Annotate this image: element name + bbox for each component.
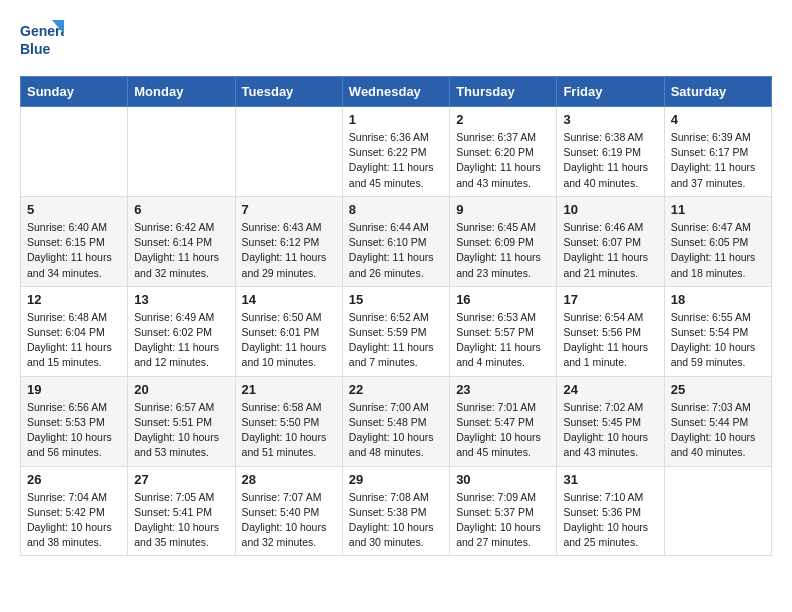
weekday-header-row: SundayMondayTuesdayWednesdayThursdayFrid… [21,77,772,107]
calendar-cell: 23Sunrise: 7:01 AM Sunset: 5:47 PM Dayli… [450,376,557,466]
weekday-header-sunday: Sunday [21,77,128,107]
calendar-cell: 25Sunrise: 7:03 AM Sunset: 5:44 PM Dayli… [664,376,771,466]
calendar-cell: 20Sunrise: 6:57 AM Sunset: 5:51 PM Dayli… [128,376,235,466]
day-number: 7 [242,202,336,217]
day-info: Sunrise: 7:02 AM Sunset: 5:45 PM Dayligh… [563,400,657,461]
calendar-cell: 19Sunrise: 6:56 AM Sunset: 5:53 PM Dayli… [21,376,128,466]
day-number: 16 [456,292,550,307]
day-info: Sunrise: 6:52 AM Sunset: 5:59 PM Dayligh… [349,310,443,371]
day-number: 3 [563,112,657,127]
day-number: 27 [134,472,228,487]
calendar-week-row: 12Sunrise: 6:48 AM Sunset: 6:04 PM Dayli… [21,286,772,376]
day-number: 8 [349,202,443,217]
calendar-cell: 10Sunrise: 6:46 AM Sunset: 6:07 PM Dayli… [557,196,664,286]
weekday-header-wednesday: Wednesday [342,77,449,107]
day-number: 15 [349,292,443,307]
day-info: Sunrise: 6:49 AM Sunset: 6:02 PM Dayligh… [134,310,228,371]
calendar-week-row: 1Sunrise: 6:36 AM Sunset: 6:22 PM Daylig… [21,107,772,197]
svg-text:Blue: Blue [20,41,51,57]
day-info: Sunrise: 7:03 AM Sunset: 5:44 PM Dayligh… [671,400,765,461]
calendar-week-row: 26Sunrise: 7:04 AM Sunset: 5:42 PM Dayli… [21,466,772,556]
day-number: 5 [27,202,121,217]
day-info: Sunrise: 7:00 AM Sunset: 5:48 PM Dayligh… [349,400,443,461]
calendar-cell: 2Sunrise: 6:37 AM Sunset: 6:20 PM Daylig… [450,107,557,197]
calendar-cell: 4Sunrise: 6:39 AM Sunset: 6:17 PM Daylig… [664,107,771,197]
day-info: Sunrise: 6:47 AM Sunset: 6:05 PM Dayligh… [671,220,765,281]
day-number: 28 [242,472,336,487]
logo: GeneralBlue [20,20,68,60]
calendar-cell: 28Sunrise: 7:07 AM Sunset: 5:40 PM Dayli… [235,466,342,556]
calendar-cell: 12Sunrise: 6:48 AM Sunset: 6:04 PM Dayli… [21,286,128,376]
calendar-cell [128,107,235,197]
day-info: Sunrise: 6:50 AM Sunset: 6:01 PM Dayligh… [242,310,336,371]
page-header: GeneralBlue [20,20,772,60]
day-info: Sunrise: 7:10 AM Sunset: 5:36 PM Dayligh… [563,490,657,551]
day-info: Sunrise: 6:48 AM Sunset: 6:04 PM Dayligh… [27,310,121,371]
calendar-cell [21,107,128,197]
weekday-header-tuesday: Tuesday [235,77,342,107]
calendar-cell: 15Sunrise: 6:52 AM Sunset: 5:59 PM Dayli… [342,286,449,376]
calendar-cell: 6Sunrise: 6:42 AM Sunset: 6:14 PM Daylig… [128,196,235,286]
calendar-cell: 7Sunrise: 6:43 AM Sunset: 6:12 PM Daylig… [235,196,342,286]
calendar-table: SundayMondayTuesdayWednesdayThursdayFrid… [20,76,772,556]
day-info: Sunrise: 6:38 AM Sunset: 6:19 PM Dayligh… [563,130,657,191]
day-info: Sunrise: 6:44 AM Sunset: 6:10 PM Dayligh… [349,220,443,281]
day-info: Sunrise: 7:08 AM Sunset: 5:38 PM Dayligh… [349,490,443,551]
day-info: Sunrise: 6:58 AM Sunset: 5:50 PM Dayligh… [242,400,336,461]
calendar-cell: 16Sunrise: 6:53 AM Sunset: 5:57 PM Dayli… [450,286,557,376]
day-number: 22 [349,382,443,397]
day-number: 11 [671,202,765,217]
calendar-cell: 9Sunrise: 6:45 AM Sunset: 6:09 PM Daylig… [450,196,557,286]
calendar-cell: 18Sunrise: 6:55 AM Sunset: 5:54 PM Dayli… [664,286,771,376]
calendar-cell: 29Sunrise: 7:08 AM Sunset: 5:38 PM Dayli… [342,466,449,556]
weekday-header-thursday: Thursday [450,77,557,107]
calendar-cell: 26Sunrise: 7:04 AM Sunset: 5:42 PM Dayli… [21,466,128,556]
calendar-cell: 8Sunrise: 6:44 AM Sunset: 6:10 PM Daylig… [342,196,449,286]
day-number: 6 [134,202,228,217]
day-info: Sunrise: 6:45 AM Sunset: 6:09 PM Dayligh… [456,220,550,281]
day-info: Sunrise: 7:01 AM Sunset: 5:47 PM Dayligh… [456,400,550,461]
day-number: 25 [671,382,765,397]
day-info: Sunrise: 6:43 AM Sunset: 6:12 PM Dayligh… [242,220,336,281]
day-info: Sunrise: 6:46 AM Sunset: 6:07 PM Dayligh… [563,220,657,281]
day-info: Sunrise: 6:55 AM Sunset: 5:54 PM Dayligh… [671,310,765,371]
day-number: 18 [671,292,765,307]
day-number: 26 [27,472,121,487]
day-number: 1 [349,112,443,127]
calendar-cell: 21Sunrise: 6:58 AM Sunset: 5:50 PM Dayli… [235,376,342,466]
day-info: Sunrise: 6:39 AM Sunset: 6:17 PM Dayligh… [671,130,765,191]
day-info: Sunrise: 6:40 AM Sunset: 6:15 PM Dayligh… [27,220,121,281]
calendar-week-row: 19Sunrise: 6:56 AM Sunset: 5:53 PM Dayli… [21,376,772,466]
day-info: Sunrise: 6:54 AM Sunset: 5:56 PM Dayligh… [563,310,657,371]
weekday-header-monday: Monday [128,77,235,107]
day-number: 13 [134,292,228,307]
day-number: 12 [27,292,121,307]
logo-icon: GeneralBlue [20,20,64,60]
calendar-cell: 11Sunrise: 6:47 AM Sunset: 6:05 PM Dayli… [664,196,771,286]
day-number: 20 [134,382,228,397]
weekday-header-friday: Friday [557,77,664,107]
day-info: Sunrise: 6:36 AM Sunset: 6:22 PM Dayligh… [349,130,443,191]
day-number: 23 [456,382,550,397]
day-info: Sunrise: 6:57 AM Sunset: 5:51 PM Dayligh… [134,400,228,461]
day-info: Sunrise: 6:37 AM Sunset: 6:20 PM Dayligh… [456,130,550,191]
day-number: 30 [456,472,550,487]
day-number: 19 [27,382,121,397]
day-info: Sunrise: 7:07 AM Sunset: 5:40 PM Dayligh… [242,490,336,551]
calendar-cell [235,107,342,197]
day-info: Sunrise: 6:56 AM Sunset: 5:53 PM Dayligh… [27,400,121,461]
day-number: 21 [242,382,336,397]
calendar-cell: 5Sunrise: 6:40 AM Sunset: 6:15 PM Daylig… [21,196,128,286]
day-number: 4 [671,112,765,127]
day-number: 17 [563,292,657,307]
calendar-week-row: 5Sunrise: 6:40 AM Sunset: 6:15 PM Daylig… [21,196,772,286]
weekday-header-saturday: Saturday [664,77,771,107]
day-number: 10 [563,202,657,217]
calendar-cell: 24Sunrise: 7:02 AM Sunset: 5:45 PM Dayli… [557,376,664,466]
calendar-cell: 14Sunrise: 6:50 AM Sunset: 6:01 PM Dayli… [235,286,342,376]
calendar-cell: 22Sunrise: 7:00 AM Sunset: 5:48 PM Dayli… [342,376,449,466]
day-info: Sunrise: 6:42 AM Sunset: 6:14 PM Dayligh… [134,220,228,281]
calendar-cell: 3Sunrise: 6:38 AM Sunset: 6:19 PM Daylig… [557,107,664,197]
day-number: 9 [456,202,550,217]
day-number: 24 [563,382,657,397]
